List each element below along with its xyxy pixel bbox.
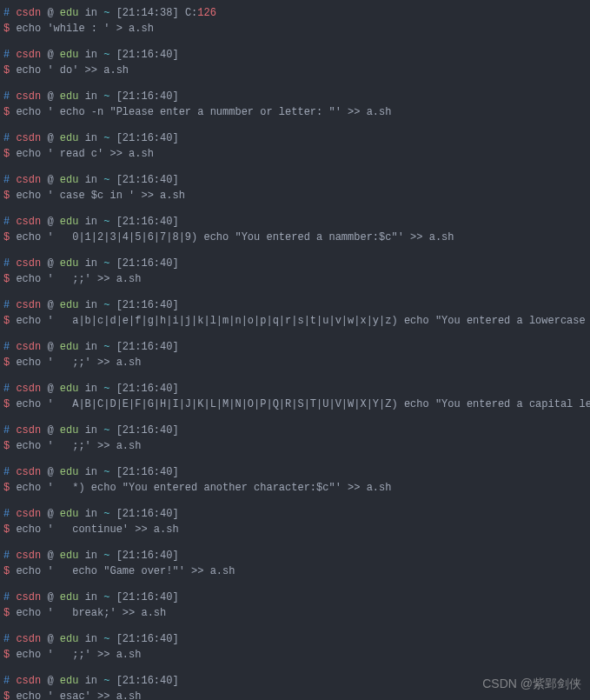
command-line[interactable]: $ echo ' case $c in ' >> a.sh	[3, 188, 587, 203]
prompt-hash: #	[3, 216, 10, 228]
prompt-in: in	[85, 299, 97, 311]
prompt-path: ~	[103, 383, 109, 395]
prompt-line: # csdn @ edu in ~ [21:16:40]	[3, 381, 587, 397]
bracket-close: ]	[172, 383, 178, 395]
prompt-host: edu	[60, 132, 79, 144]
command-line[interactable]: $ echo ' *) echo "You entered another ch…	[3, 480, 587, 496]
exit-code: 126	[197, 7, 216, 19]
prompt-time: 21:16:40	[123, 341, 173, 353]
prompt-at: @	[47, 216, 53, 228]
command-text: echo ' ;;' >> a.sh	[16, 440, 141, 452]
prompt-time: 21:16:40	[123, 257, 173, 270]
bracket-close: ]	[172, 466, 178, 478]
command-line[interactable]: $ echo ' A|B|C|D|E|F|G|H|I|J|K|L|M|N|O|P…	[3, 397, 587, 412]
prompt-line: # csdn @ edu in ~ [21:16:40]	[3, 548, 587, 563]
prompt-user: csdn	[16, 174, 41, 186]
bracket-open: [	[116, 132, 123, 144]
prompt-time: 21:16:40	[123, 550, 173, 562]
command-line[interactable]: $ echo 'while : ' > a.sh	[3, 21, 587, 37]
prompt-in: in	[85, 633, 97, 645]
command-line[interactable]: $ echo ' read c' >> a.sh	[3, 146, 587, 162]
command-line[interactable]: $ echo ' echo "Game over!"' >> a.sh	[3, 563, 587, 579]
prompt-user: csdn	[16, 550, 41, 562]
prompt-line: # csdn @ edu in ~ [21:16:40]	[3, 47, 587, 63]
prompt-at: @	[47, 466, 53, 478]
command-text: echo ' esac' >> a.sh	[16, 690, 141, 700]
bracket-close: ]	[172, 299, 178, 311]
prompt-hash: #	[3, 90, 10, 103]
command-text: echo ' case $c in ' >> a.sh	[16, 190, 184, 202]
bracket-close: ]	[172, 633, 178, 645]
bracket-open: [	[116, 550, 123, 562]
prompt-line: # csdn @ edu in ~ [21:16:40]	[3, 673, 587, 689]
prompt-user: csdn	[16, 299, 41, 311]
command-line[interactable]: $ echo ' a|b|c|d|e|f|g|h|i|j|k|l|m|n|o|p…	[3, 313, 587, 329]
prompt-line: # csdn @ edu in ~ [21:16:40]	[3, 89, 587, 104]
command-line[interactable]: $ echo ' ;;' >> a.sh	[3, 271, 587, 287]
prompt-host: edu	[60, 257, 79, 270]
terminal-entry: # csdn @ edu in ~ [21:16:40]$ echo ' ;;'…	[3, 423, 587, 454]
prompt-at: @	[47, 633, 53, 645]
prompt-path: ~	[103, 132, 109, 144]
prompt-user: csdn	[16, 466, 41, 478]
prompt-dollar: $	[3, 315, 10, 327]
prompt-path: ~	[103, 675, 109, 687]
bracket-open: [	[116, 341, 123, 353]
command-line[interactable]: $ echo ' ;;' >> a.sh	[3, 647, 587, 663]
prompt-line: # csdn @ edu in ~ [21:16:40]	[3, 590, 587, 605]
prompt-line: # csdn @ edu in ~ [21:16:40]	[3, 464, 587, 480]
prompt-at: @	[47, 299, 53, 311]
command-text: echo ' *) echo "You entered another char…	[16, 482, 391, 494]
terminal-entry: # csdn @ edu in ~ [21:16:40]$ echo ' *) …	[3, 464, 587, 496]
prompt-in: in	[85, 508, 97, 520]
prompt-hash: #	[3, 466, 10, 478]
prompt-line: # csdn @ edu in ~ [21:16:40]	[3, 172, 587, 188]
bracket-open: [	[116, 633, 123, 645]
prompt-user: csdn	[16, 383, 41, 395]
prompt-host: edu	[60, 675, 79, 687]
prompt-line: # csdn @ edu in ~ [21:16:40]	[3, 506, 587, 522]
prompt-hash: #	[3, 299, 10, 311]
prompt-time: 21:16:40	[123, 591, 173, 603]
prompt-dollar: $	[3, 523, 10, 536]
prompt-in: in	[85, 550, 97, 562]
prompt-at: @	[47, 383, 53, 395]
command-line[interactable]: $ echo ' 0|1|2|3|4|5|6|7|8|9) echo "You …	[3, 230, 587, 245]
bracket-open: [	[116, 383, 123, 395]
command-text: echo ' 0|1|2|3|4|5|6|7|8|9) echo "You en…	[16, 231, 454, 243]
prompt-host: edu	[60, 7, 79, 19]
prompt-in: in	[85, 466, 97, 478]
bracket-close: ]	[172, 132, 178, 144]
prompt-user: csdn	[16, 257, 41, 270]
prompt-path: ~	[103, 7, 109, 19]
bracket-open: [	[116, 591, 123, 603]
prompt-in: in	[85, 675, 97, 687]
terminal-entry: # csdn @ edu in ~ [21:16:40]$ echo ' a|b…	[3, 297, 587, 329]
command-line[interactable]: $ echo ' do' >> a.sh	[3, 63, 587, 78]
command-line[interactable]: $ echo ' continue' >> a.sh	[3, 522, 587, 537]
prompt-line: # csdn @ edu in ~ [21:14:38] C:126	[3, 5, 587, 21]
prompt-dollar: $	[3, 440, 10, 452]
prompt-at: @	[47, 7, 53, 19]
prompt-path: ~	[103, 257, 109, 270]
prompt-at: @	[47, 424, 53, 437]
prompt-user: csdn	[16, 49, 41, 61]
prompt-path: ~	[103, 216, 109, 228]
command-text: echo ' A|B|C|D|E|F|G|H|I|J|K|L|M|N|O|P|Q…	[16, 398, 590, 410]
command-line[interactable]: $ echo ' esac' >> a.sh	[3, 689, 587, 700]
exit-label: C:	[185, 7, 197, 19]
prompt-dollar: $	[3, 649, 10, 661]
command-line[interactable]: $ echo ' ;;' >> a.sh	[3, 438, 587, 454]
prompt-user: csdn	[16, 216, 41, 228]
command-line[interactable]: $ echo ' echo -n "Please enter a nummber…	[3, 104, 587, 120]
prompt-dollar: $	[3, 231, 10, 243]
prompt-path: ~	[103, 341, 109, 353]
prompt-time: 21:16:40	[123, 90, 173, 103]
prompt-at: @	[47, 257, 53, 270]
bracket-close: ]	[172, 550, 178, 562]
command-line[interactable]: $ echo ' ;;' >> a.sh	[3, 355, 587, 370]
prompt-time: 21:16:40	[123, 466, 173, 478]
prompt-path: ~	[103, 466, 109, 478]
command-text: echo ' a|b|c|d|e|f|g|h|i|j|k|l|m|n|o|p|q…	[16, 315, 590, 327]
command-line[interactable]: $ echo ' break;' >> a.sh	[3, 605, 587, 621]
